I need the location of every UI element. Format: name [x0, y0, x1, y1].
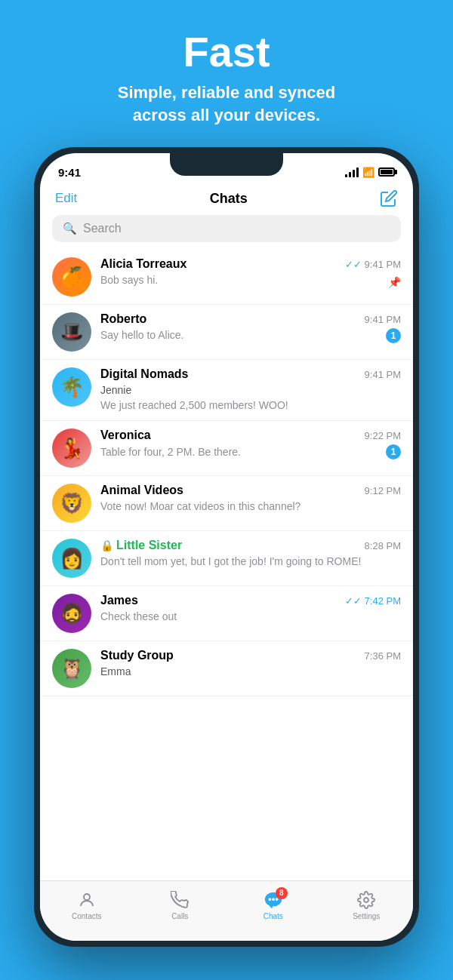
tab-settings-label: Settings: [353, 912, 380, 920]
chat-badge-roberto: 1: [386, 328, 401, 343]
chat-item-study[interactable]: 🦉 Study Group 7:36 PM Emma: [40, 641, 413, 696]
chat-preview-james: Check these out: [100, 610, 401, 625]
compose-icon[interactable]: [380, 189, 398, 207]
chat-time-study: 7:36 PM: [365, 650, 401, 662]
chat-time-alicia: 9:41 PM: [365, 259, 401, 270]
svg-point-3: [268, 898, 271, 901]
double-check-alicia: ✓✓: [345, 259, 362, 270]
status-time: 9:41: [58, 166, 81, 179]
chat-preview-veronica: Table for four, 2 PM. Be there.: [100, 445, 380, 460]
chat-content-roberto: Roberto 9:41 PM Say hello to Alice. 1: [100, 312, 401, 343]
chat-content-alicia: Alicia Torreaux ✓✓ 9:41 PM Bob says hi. …: [100, 257, 401, 288]
chat-name-james: James: [100, 594, 138, 607]
chat-content-james: James ✓✓ 7:42 PM Check these out: [100, 594, 401, 625]
status-icons: 📶: [345, 167, 395, 178]
settings-icon: [356, 890, 376, 910]
chat-preview-roberto: Say hello to Alice.: [100, 328, 380, 343]
chat-name-roberto: Roberto: [100, 312, 146, 326]
notch: [170, 153, 283, 176]
battery-fill: [381, 170, 393, 174]
chat-content-sister: 🔒 Little Sister 8:28 PM Don't tell mom y…: [100, 539, 401, 570]
chat-name-alicia: Alicia Torreaux: [100, 257, 186, 271]
tab-chats-label: Chats: [263, 912, 283, 920]
tab-bar: Contacts Calls: [40, 880, 413, 941]
svg-point-4: [272, 898, 275, 901]
avatar-study: 🦉: [52, 649, 91, 688]
hero-section: Fast Simple, reliable and syncedacross a…: [0, 0, 453, 150]
chat-item-digital[interactable]: 🌴 Digital Nomads 9:41 PM JennieWe just r…: [40, 360, 413, 421]
tab-contacts[interactable]: Contacts: [40, 890, 134, 920]
chat-time-roberto: 9:41 PM: [365, 314, 401, 325]
hero-title: Fast: [0, 29, 453, 75]
chat-name-veronica: Veronica: [100, 429, 151, 442]
tab-chats[interactable]: 8 Chats: [226, 890, 320, 920]
pin-icon-alicia: 📌: [388, 276, 401, 288]
chat-content-study: Study Group 7:36 PM Emma: [100, 649, 401, 680]
phone-inner: 9:41 📶 Edit Chats 🔍 Search: [40, 153, 413, 941]
avatar-veronica: 💃: [52, 429, 91, 468]
chat-item-james[interactable]: 🧔 James ✓✓ 7:42 PM Check these out: [40, 586, 413, 641]
chat-item-animal[interactable]: 🦁 Animal Videos 9:12 PM Vote now! Moar c…: [40, 476, 413, 531]
tab-contacts-label: Contacts: [72, 912, 101, 920]
chat-item-sister[interactable]: 👩 🔒 Little Sister 8:28 PM Don't tell mom…: [40, 531, 413, 586]
tab-settings[interactable]: Settings: [320, 890, 414, 920]
avatar-james: 🧔: [52, 594, 91, 633]
tab-calls-label: Calls: [171, 912, 188, 920]
avatar-digital: 🌴: [52, 367, 91, 407]
chat-name-animal: Animal Videos: [100, 484, 183, 497]
svg-point-0: [84, 894, 90, 900]
chat-item-roberto[interactable]: 🎩 Roberto 9:41 PM Say hello to Alice. 1: [40, 305, 413, 360]
chat-badge-veronica: 1: [386, 444, 401, 459]
battery-icon: [378, 167, 395, 177]
search-placeholder: Search: [83, 222, 122, 235]
chat-time-animal: 9:12 PM: [365, 485, 401, 496]
nav-header: Edit Chats: [40, 186, 413, 215]
search-icon: 🔍: [63, 222, 77, 235]
search-bar[interactable]: 🔍 Search: [52, 215, 401, 242]
avatar-roberto: 🎩: [52, 312, 91, 352]
signal-icon: [345, 167, 359, 177]
double-check-james: ✓✓: [345, 595, 362, 607]
avatar-animal: 🦁: [52, 484, 91, 523]
chat-name-sister: Little Sister: [116, 539, 182, 552]
chat-item-veronica[interactable]: 💃 Veronica 9:22 PM Table for four, 2 PM.…: [40, 421, 413, 476]
chats-title: Chats: [210, 191, 248, 207]
avatar-sister: 👩: [52, 539, 91, 578]
phone-frame: 9:41 📶 Edit Chats 🔍 Search: [34, 147, 419, 947]
avatar-alicia: 🍊: [52, 257, 91, 296]
chats-badge: 8: [276, 887, 288, 899]
chat-time-veronica: 9:22 PM: [365, 430, 401, 441]
chat-name-digital: Digital Nomads: [100, 367, 188, 381]
chat-list: 🍊 Alicia Torreaux ✓✓ 9:41 PM Bob says hi…: [40, 250, 413, 696]
chat-preview-sister: Don't tell mom yet, but I got the job! I…: [100, 555, 401, 570]
wifi-icon: 📶: [362, 167, 374, 178]
chat-item-alicia[interactable]: 🍊 Alicia Torreaux ✓✓ 9:41 PM Bob says hi…: [40, 250, 413, 305]
chat-content-veronica: Veronica 9:22 PM Table for four, 2 PM. B…: [100, 429, 401, 459]
chat-content-animal: Animal Videos 9:12 PM Vote now! Moar cat…: [100, 484, 401, 515]
hero-subtitle: Simple, reliable and syncedacross all yo…: [0, 81, 453, 128]
chat-preview-alicia: Bob says hi.: [100, 273, 384, 288]
lock-icon-sister: 🔒: [100, 539, 113, 551]
calls-icon: [170, 890, 190, 910]
chat-time-sister: 8:28 PM: [365, 540, 401, 551]
svg-point-6: [364, 898, 368, 902]
contacts-icon: [77, 890, 97, 910]
chats-icon: 8: [263, 890, 283, 910]
chat-time-digital: 9:41 PM: [365, 369, 401, 380]
chat-preview-study: Emma: [100, 665, 401, 680]
chat-time-james: 7:42 PM: [365, 595, 401, 607]
chat-preview-digital: JennieWe just reached 2,500 members! WOO…: [100, 383, 401, 413]
tab-calls[interactable]: Calls: [134, 890, 227, 920]
chat-preview-animal: Vote now! Moar cat videos in this channe…: [100, 499, 401, 515]
chat-name-study: Study Group: [100, 649, 174, 662]
chat-content-digital: Digital Nomads 9:41 PM JennieWe just rea…: [100, 367, 401, 413]
edit-button[interactable]: Edit: [55, 191, 77, 206]
